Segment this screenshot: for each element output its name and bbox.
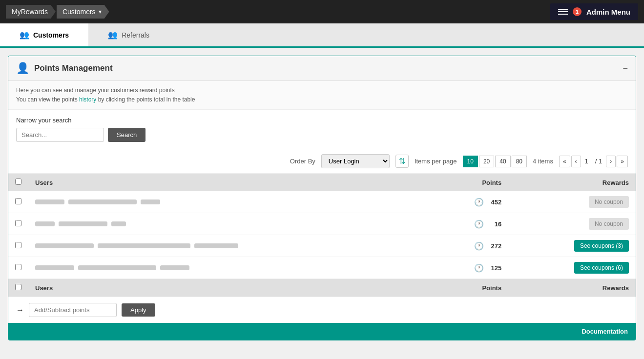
row-0-checkbox[interactable]: [15, 198, 21, 204]
card-desc-line3: by clicking the points total in the tabl…: [98, 96, 195, 103]
page-total: / 1: [592, 158, 605, 165]
user-blurred-text: [35, 221, 55, 226]
points-value: 125: [487, 264, 501, 272]
card-description: Here you can see and manage your custome…: [8, 81, 636, 110]
order-by-label: Order By: [290, 158, 315, 165]
apply-button[interactable]: Apply: [122, 303, 155, 317]
row-checkbox-cell[interactable]: [8, 191, 28, 213]
customers-icon: 👥: [20, 30, 29, 40]
breadcrumb-home[interactable]: MyRewards: [6, 5, 56, 19]
card-header: 👤 Points Management −: [8, 56, 636, 81]
main-content: 👤 Points Management − Here you can see a…: [0, 48, 644, 348]
reward-cell: See coupons (6): [508, 257, 636, 279]
see-coupons-button[interactable]: See coupons (3): [574, 240, 629, 252]
card-title: Points Management: [34, 63, 113, 73]
row-checkbox-cell[interactable]: [8, 257, 28, 279]
card-desc-history-link[interactable]: history: [79, 96, 96, 103]
row-checkbox-cell[interactable]: [8, 235, 28, 257]
admin-menu-button[interactable]: 1 Admin Menu: [550, 3, 638, 20]
history-icon[interactable]: 🕐: [474, 219, 484, 229]
history-icon[interactable]: 🕐: [474, 198, 484, 207]
user-cell: [28, 213, 432, 235]
footer-checkbox-col[interactable]: [8, 279, 28, 297]
card-desc-line1: Here you can see and manage your custome…: [16, 87, 175, 94]
search-row: Search: [16, 128, 628, 142]
page-current: 1: [582, 158, 591, 165]
points-input[interactable]: [29, 303, 117, 317]
user-blurred-text: [68, 199, 137, 204]
page-next-button[interactable]: ›: [606, 156, 616, 167]
footer-rewards-label: Rewards: [508, 279, 636, 297]
table-header-row: Users Points Rewards: [8, 174, 636, 191]
order-by-select[interactable]: User Login Points Name Email: [321, 154, 390, 168]
table-body: 🕐452No coupon🕐16No coupon🕐272See coupons…: [8, 191, 636, 279]
user-blurred-text: [78, 265, 156, 270]
per-page-80[interactable]: 80: [512, 156, 527, 167]
select-all-header[interactable]: [8, 174, 28, 191]
table-row: 🕐452No coupon: [8, 191, 636, 213]
row-2-checkbox[interactable]: [15, 242, 21, 248]
tab-customers[interactable]: 👥 Customers: [0, 23, 88, 48]
points-cell: 🕐272: [432, 235, 508, 257]
search-button[interactable]: Search: [108, 128, 145, 142]
breadcrumb-current[interactable]: Customers ▾: [57, 5, 109, 19]
admin-menu-label: Admin Menu: [586, 8, 630, 16]
table-row: 🕐272See coupons (3): [8, 235, 636, 257]
table-controls: Order By User Login Points Name Email ⇅ …: [8, 149, 636, 174]
tab-referrals[interactable]: 👥 Referrals: [88, 23, 169, 48]
referrals-icon: 👥: [108, 30, 118, 40]
table-row: 🕐125See coupons (6): [8, 257, 636, 279]
documentation-button[interactable]: Documentation: [582, 328, 628, 335]
user-blurred-text: [194, 243, 238, 248]
top-nav: MyRewards Customers ▾ 1 Admin Menu: [0, 0, 644, 23]
reward-cell: See coupons (3): [508, 235, 636, 257]
row-1-checkbox[interactable]: [15, 220, 21, 226]
history-icon[interactable]: 🕐: [474, 263, 484, 273]
page-prev-button[interactable]: ‹: [571, 156, 581, 167]
points-header: Points: [432, 174, 508, 191]
table-footer-row: Users Points Rewards: [8, 279, 636, 297]
per-page-10[interactable]: 10: [463, 156, 478, 167]
sort-toggle-icon[interactable]: ⇅: [395, 155, 409, 168]
footer-actions: → Apply: [8, 297, 636, 323]
card-header-left: 👤 Points Management: [16, 62, 113, 75]
per-page-40[interactable]: 40: [495, 156, 510, 167]
points-cell: 🕐16: [432, 213, 508, 235]
points-management-icon: 👤: [16, 62, 29, 75]
rewards-header: Rewards: [508, 174, 636, 191]
tab-referrals-label: Referrals: [122, 31, 149, 39]
tab-bar: 👥 Customers 👥 Referrals: [0, 23, 644, 48]
search-section: Narrow your search Search: [8, 110, 636, 149]
search-input[interactable]: [16, 128, 104, 142]
per-page-20[interactable]: 20: [479, 156, 494, 167]
items-count: 4 items: [533, 158, 553, 165]
user-blurred-text: [35, 243, 94, 248]
select-all-checkbox[interactable]: [15, 179, 21, 185]
hamburger-icon: [558, 9, 568, 15]
breadcrumb: MyRewards Customers ▾: [6, 5, 110, 19]
row-3-checkbox[interactable]: [15, 264, 21, 270]
user-blurred-text: [111, 221, 126, 226]
search-narrow-label: Narrow your search: [16, 117, 628, 124]
card-minimize-button[interactable]: −: [623, 63, 628, 74]
points-value: 452: [487, 199, 501, 206]
history-icon[interactable]: 🕐: [474, 241, 484, 251]
user-blurred-text: [35, 265, 74, 270]
user-cell: [28, 257, 432, 279]
points-value: 272: [487, 242, 501, 250]
see-coupons-button[interactable]: See coupons (6): [574, 262, 629, 274]
user-blurred-text: [59, 221, 107, 226]
points-cell: 🕐452: [432, 191, 508, 213]
row-checkbox-cell[interactable]: [8, 213, 28, 235]
page-first-button[interactable]: «: [559, 156, 570, 167]
add-subtract-icon: →: [16, 306, 24, 315]
points-value: 16: [487, 220, 501, 228]
page-last-button[interactable]: »: [617, 156, 628, 167]
no-coupon-button: No coupon: [589, 218, 629, 230]
no-coupon-button: No coupon: [589, 196, 629, 208]
footer-points-label: Points: [432, 279, 508, 297]
footer-select-all-checkbox[interactable]: [15, 284, 21, 290]
points-management-card: 👤 Points Management − Here you can see a…: [8, 56, 636, 340]
users-header: Users: [28, 174, 432, 191]
data-table: Users Points Rewards 🕐452No coupon🕐16No …: [8, 174, 636, 297]
